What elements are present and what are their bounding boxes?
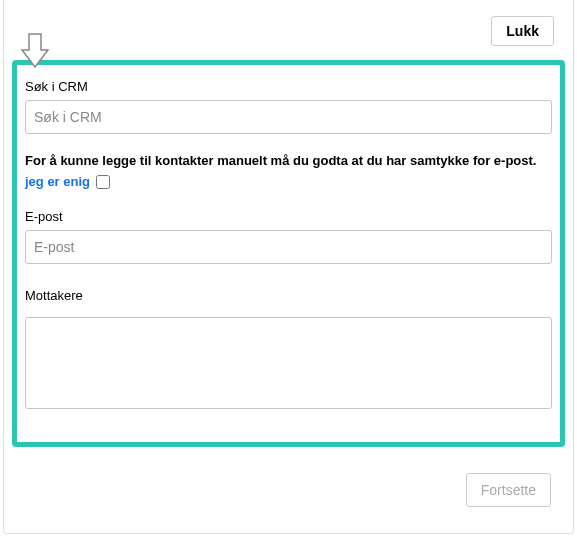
pointer-arrow-icon: [20, 32, 50, 68]
highlighted-form-region: Søk i CRM For å kunne legge til kontakte…: [12, 60, 565, 447]
consent-section: For å kunne legge til kontakter manuelt …: [25, 152, 552, 191]
email-section: E-post: [25, 209, 552, 264]
email-label: E-post: [25, 209, 552, 224]
search-crm-label: Søk i CRM: [25, 79, 552, 94]
consent-checkbox[interactable]: [96, 175, 110, 189]
email-input[interactable]: [25, 230, 552, 264]
close-button[interactable]: Lukk: [491, 16, 554, 46]
recipients-label: Mottakere: [25, 288, 552, 303]
consent-message: For å kunne legge til kontakter manuelt …: [25, 152, 552, 170]
search-crm-input[interactable]: [25, 100, 552, 134]
continue-button[interactable]: Fortsette: [466, 473, 551, 507]
agree-link[interactable]: jeg er enig: [25, 173, 90, 191]
dialog-card: Lukk Søk i CRM For å kunne legge til kon…: [3, 0, 574, 534]
recipients-textarea[interactable]: [25, 317, 552, 409]
recipients-section: Mottakere: [25, 288, 552, 412]
